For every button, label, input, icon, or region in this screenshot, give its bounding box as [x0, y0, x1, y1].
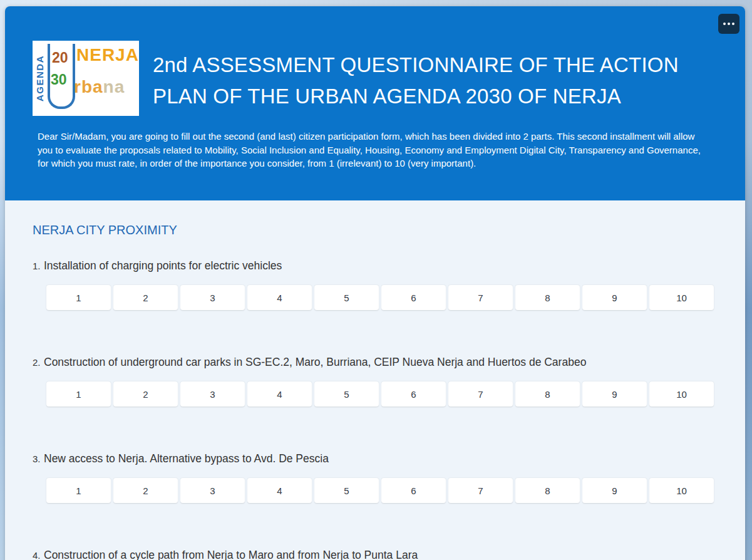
logo-year-30: 30 [51, 71, 67, 88]
question-text: Construction of a cycle path from Nerja … [44, 549, 418, 560]
rating-button-1[interactable]: 1 [46, 381, 111, 407]
question-title: 1. Installation of charging points for e… [33, 259, 723, 272]
rating-button-2[interactable]: 2 [113, 285, 178, 310]
rating-button-9[interactable]: 9 [582, 478, 647, 503]
rating-button-4[interactable]: 4 [247, 285, 312, 310]
rating-button-6[interactable]: 6 [381, 478, 446, 503]
form-body: NERJA CITY PROXIMITY 1. Installation of … [5, 200, 745, 560]
rating-button-9[interactable]: 9 [582, 285, 647, 310]
form-card: AGENDA 20 30 NERJA rbana 2nd ASSESSMENT … [5, 6, 745, 560]
form-title: 2nd ASSESSMENT QUESTIONNAIRE OF THE ACTI… [153, 49, 720, 112]
rating-button-8[interactable]: 8 [515, 478, 580, 503]
rating-button-1[interactable]: 1 [46, 478, 111, 503]
ellipsis-icon [723, 23, 734, 25]
rating-scale: 12345678910 [46, 478, 714, 503]
logo-nerja-text: NERJA [76, 45, 139, 65]
rating-button-10[interactable]: 10 [649, 381, 714, 407]
question-block: 4. Construction of a cycle path from Ner… [33, 549, 723, 560]
question-number: 1. [33, 261, 44, 271]
page: { "colors": { "header_blue": "#0b74ca", … [0, 0, 752, 560]
rating-button-3[interactable]: 3 [180, 285, 245, 310]
header-row: AGENDA 20 30 NERJA rbana 2nd ASSESSMENT … [33, 41, 720, 116]
question-text: Installation of charging points for elec… [44, 259, 282, 272]
question-block: 3. New access to Nerja. Alternative bypa… [33, 452, 723, 503]
rating-button-4[interactable]: 4 [247, 478, 312, 503]
questions-list: 1. Installation of charging points for e… [33, 259, 723, 560]
rating-button-3[interactable]: 3 [180, 381, 245, 407]
question-block: 1. Installation of charging points for e… [33, 259, 723, 310]
rating-button-10[interactable]: 10 [649, 285, 714, 310]
rating-button-6[interactable]: 6 [381, 285, 446, 310]
rating-button-9[interactable]: 9 [582, 381, 647, 407]
rating-button-6[interactable]: 6 [381, 381, 446, 407]
rating-button-3[interactable]: 3 [180, 478, 245, 503]
nerja-urbana-2030-logo: AGENDA 20 30 NERJA rbana [33, 41, 139, 116]
rating-button-5[interactable]: 5 [314, 381, 379, 407]
question-title: 4. Construction of a cycle path from Ner… [33, 549, 723, 560]
rating-button-5[interactable]: 5 [314, 478, 379, 503]
rating-button-7[interactable]: 7 [448, 478, 513, 503]
logo-year-20: 20 [52, 49, 68, 66]
more-options-button[interactable] [718, 14, 739, 34]
rating-button-2[interactable]: 2 [113, 478, 178, 503]
rating-button-8[interactable]: 8 [515, 285, 580, 310]
rating-button-10[interactable]: 10 [649, 478, 714, 503]
rating-button-4[interactable]: 4 [247, 381, 312, 407]
logo-rbana-text: rbana [74, 77, 125, 97]
rating-scale: 12345678910 [46, 381, 714, 407]
rating-button-7[interactable]: 7 [448, 285, 513, 310]
question-number: 3. [33, 454, 44, 464]
rating-scale: 12345678910 [46, 285, 714, 310]
form-header: AGENDA 20 30 NERJA rbana 2nd ASSESSMENT … [5, 6, 745, 200]
section-title: NERJA CITY PROXIMITY [33, 223, 723, 237]
rating-button-8[interactable]: 8 [515, 381, 580, 407]
rating-button-1[interactable]: 1 [46, 285, 111, 310]
question-number: 4. [33, 550, 44, 560]
form-description: Dear Sir/Madam, you are going to fill ou… [38, 130, 701, 170]
rating-button-2[interactable]: 2 [113, 381, 178, 407]
rating-button-7[interactable]: 7 [448, 381, 513, 407]
logo-agenda-text: AGENDA [34, 44, 45, 112]
question-title: 3. New access to Nerja. Alternative bypa… [33, 452, 723, 465]
question-title: 2. Construction of underground car parks… [33, 356, 723, 369]
question-text: Construction of underground car parks in… [44, 356, 586, 369]
question-block: 2. Construction of underground car parks… [33, 356, 723, 407]
question-text: New access to Nerja. Alternative bypass … [44, 452, 329, 465]
rating-button-5[interactable]: 5 [314, 285, 379, 310]
question-number: 2. [33, 357, 44, 368]
